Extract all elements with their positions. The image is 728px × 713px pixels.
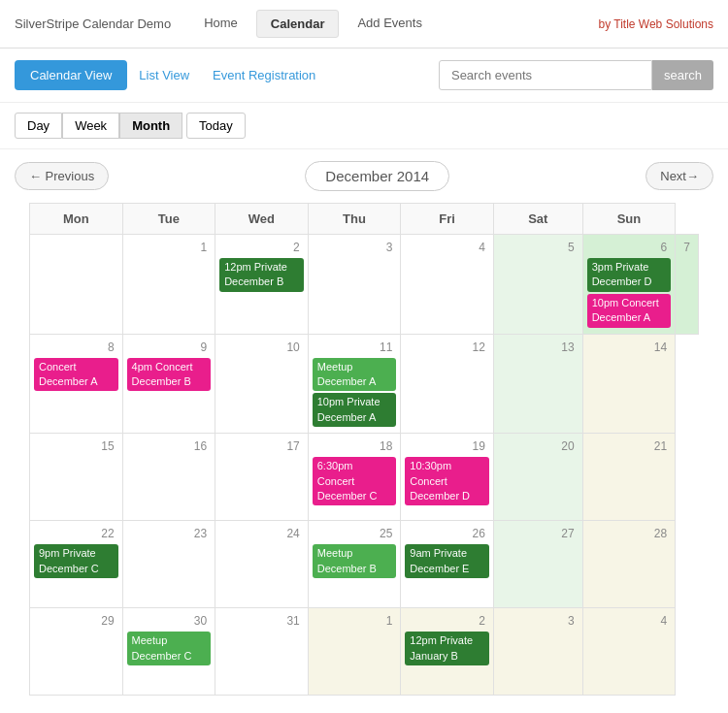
calendar-day-cell: 29 <box>30 608 123 696</box>
calendar-day-cell: 30Meetup December C <box>122 608 215 696</box>
calendar-day-header: Sun <box>582 204 676 235</box>
brand-name: SilverStripe Calendar Demo <box>15 16 171 31</box>
calendar-event[interactable]: 12pm Private January B <box>405 632 489 665</box>
search-area: search <box>439 60 713 90</box>
calendar-day-cell: 12 <box>401 334 494 434</box>
calendar-day-cell: 3 <box>493 608 582 696</box>
calendar-event[interactable]: 6:30pm Concert December C <box>313 457 397 505</box>
calendar-day-cell: 8Concert December A <box>30 334 123 434</box>
search-input[interactable] <box>439 60 652 90</box>
calendar-week-row: 229pm Private December C232425Meetup Dec… <box>30 521 699 608</box>
day-number: 20 <box>498 438 579 455</box>
day-view-btn[interactable]: Day <box>15 113 62 139</box>
calendar-day-cell: 10 <box>215 334 309 434</box>
calendar-week-row: 2930Meetup December C311212pm Private Ja… <box>30 608 699 696</box>
calendar-event[interactable]: 9pm Private December C <box>34 544 118 578</box>
calendar-day-cell: 186:30pm Concert December C <box>308 434 401 521</box>
calendar-day-header: Sat <box>493 204 582 235</box>
day-number: 12 <box>405 339 489 356</box>
calendar-day-cell: 24 <box>215 521 309 608</box>
nav-add-events[interactable]: Add Events <box>344 10 436 38</box>
list-view-btn[interactable]: List View <box>127 60 201 90</box>
calendar-table: MonTueWedThuFriSatSun 1212pm Private Dec… <box>29 203 699 696</box>
day-number: 1 <box>313 612 397 630</box>
day-number: 3 <box>313 239 397 256</box>
calendar-event[interactable]: 12pm Private December B <box>219 258 304 292</box>
week-view-btn[interactable]: Week <box>62 113 119 139</box>
prev-month-btn[interactable]: ← Previous <box>15 162 109 190</box>
calendar-event[interactable]: Meetup December C <box>127 632 212 665</box>
day-number: 3 <box>498 612 579 630</box>
calendar-event[interactable]: 10pm Concert December A <box>587 294 672 328</box>
calendar-event[interactable]: 4pm Concert December B <box>127 358 212 392</box>
calendar-day-header: Mon <box>30 204 123 235</box>
calendar-event[interactable]: 9am Private December E <box>405 544 489 578</box>
calendar-day-cell: 27 <box>493 521 582 608</box>
calendar-day-cell: 14 <box>582 334 676 434</box>
calendar-week-row: 1212pm Private December B34563pm Private… <box>30 235 699 335</box>
calendar-event[interactable]: 3pm Private December D <box>587 258 672 292</box>
calendar-header-row: MonTueWedThuFriSatSun <box>30 204 699 235</box>
day-number: 8 <box>34 339 118 356</box>
top-navigation: SilverStripe Calendar Demo Home Calendar… <box>0 0 728 49</box>
day-number: 29 <box>34 612 118 630</box>
calendar-day-cell: 212pm Private December B <box>215 235 309 335</box>
calendar-day-cell: 212pm Private January B <box>401 608 494 696</box>
calendar-event[interactable]: Meetup December A <box>313 358 397 392</box>
calendar-day-cell: 1 <box>122 235 215 335</box>
today-btn[interactable]: Today <box>186 113 246 139</box>
calendar-day-header: Tue <box>122 204 215 235</box>
calendar-week-row: 151617186:30pm Concert December C1910:30… <box>30 434 699 521</box>
day-number: 7 <box>679 239 694 256</box>
calendar-event[interactable]: 10pm Private December A <box>313 393 397 427</box>
nav-calendar[interactable]: Calendar <box>256 10 340 38</box>
day-number: 30 <box>127 612 212 630</box>
calendar-day-cell: 63pm Private December D10pm Concert Dece… <box>582 235 676 335</box>
calendar-day-cell: 1910:30pm Concert December D <box>401 434 494 521</box>
calendar-day-cell: 17 <box>215 434 309 521</box>
calendar-event[interactable]: Concert December A <box>34 358 118 392</box>
calendar-event[interactable]: 10:30pm Concert December D <box>405 457 489 505</box>
nav-home[interactable]: Home <box>190 10 251 38</box>
calendar-navigation: ← Previous December 2014 Next→ <box>0 149 728 203</box>
calendar-view-btn[interactable]: Calendar View <box>15 60 127 90</box>
calendar-day-cell <box>30 235 123 335</box>
event-registration-btn[interactable]: Event Registration <box>201 60 327 90</box>
calendar-day-cell: 20 <box>493 434 582 521</box>
next-month-btn[interactable]: Next→ <box>645 162 713 190</box>
day-number: 22 <box>34 525 118 542</box>
calendar-title: December 2014 <box>305 161 449 191</box>
calendar-day-cell: 16 <box>122 434 215 521</box>
calendar-day-cell: 4 <box>401 235 494 335</box>
calendar-day-cell: 3 <box>308 235 401 335</box>
day-number: 2 <box>405 612 489 630</box>
day-number: 25 <box>313 525 397 542</box>
calendar-day-header: Wed <box>215 204 309 235</box>
day-number: 1 <box>127 239 212 256</box>
calendar-day-header: Fri <box>401 204 494 235</box>
calendar-day-cell: 1 <box>308 608 401 696</box>
calendar-week-row: 8Concert December A94pm Concert December… <box>30 334 699 434</box>
calendar-wrapper: MonTueWedThuFriSatSun 1212pm Private Dec… <box>0 203 728 710</box>
calendar-day-cell: 21 <box>582 434 676 521</box>
calendar-day-cell: 7 <box>676 235 699 335</box>
day-number: 18 <box>313 438 397 455</box>
day-number: 10 <box>219 339 304 356</box>
day-number: 13 <box>498 339 579 356</box>
search-button[interactable]: search <box>652 60 713 90</box>
calendar-day-cell: 11Meetup December A10pm Private December… <box>308 334 401 434</box>
calendar-day-cell: 269am Private December E <box>401 521 494 608</box>
calendar-day-cell: 5 <box>493 235 582 335</box>
day-number: 4 <box>587 612 672 630</box>
sub-navigation: Calendar View List View Event Registrati… <box>0 49 728 103</box>
calendar-day-cell: 31 <box>215 608 309 696</box>
day-number: 14 <box>587 339 672 356</box>
calendar-day-cell: 15 <box>30 434 123 521</box>
day-number: 6 <box>587 239 672 256</box>
month-view-btn[interactable]: Month <box>119 113 182 139</box>
day-number: 31 <box>219 612 304 630</box>
day-number: 17 <box>219 438 304 455</box>
calendar-body: 1212pm Private December B34563pm Private… <box>30 235 699 696</box>
day-number: 16 <box>127 438 212 455</box>
calendar-event[interactable]: Meetup December B <box>313 544 397 578</box>
